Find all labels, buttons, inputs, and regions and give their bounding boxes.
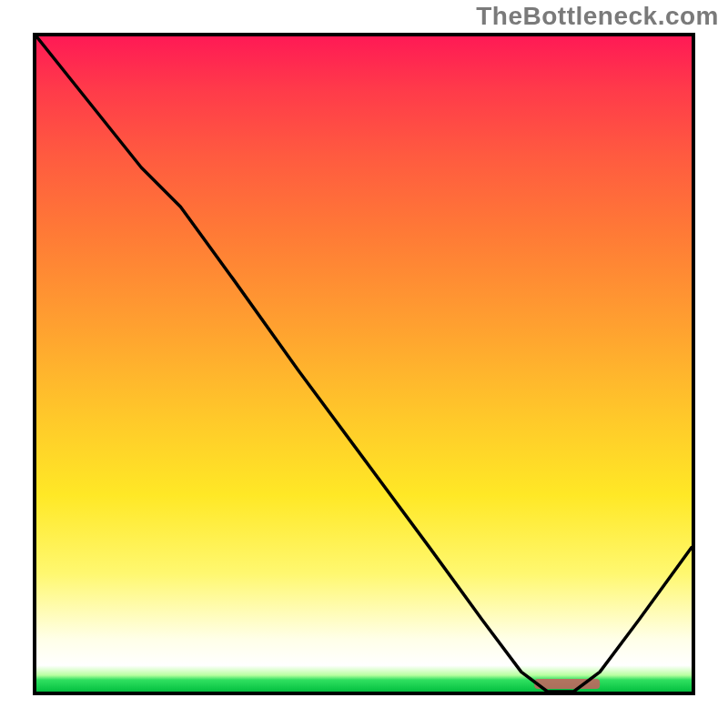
watermark-text: TheBottleneck.com <box>476 2 719 31</box>
plot-area <box>33 33 695 695</box>
chart-container: TheBottleneck.com <box>0 0 728 728</box>
bottleneck-curve <box>36 36 692 692</box>
plot-svg <box>36 36 692 692</box>
